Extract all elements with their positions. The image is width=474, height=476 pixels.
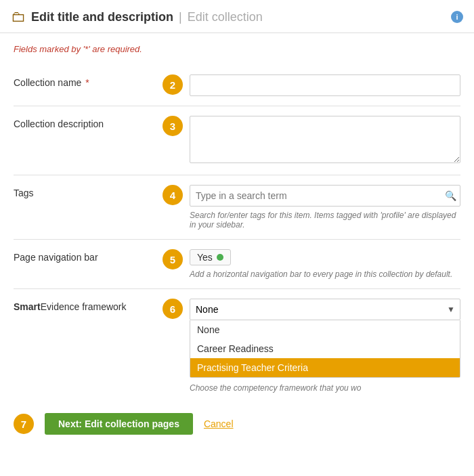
collection-name-input[interactable] (190, 74, 460, 96)
collection-name-label: Collection name (14, 77, 81, 88)
nav-bar-label: Page navigation bar (14, 252, 98, 263)
nav-bar-hint: Add a horizontal navigation bar to every… (190, 269, 460, 279)
collection-description-control (190, 116, 460, 165)
info-icon[interactable]: i (451, 11, 463, 23)
collection-name-control (190, 74, 460, 96)
form-footer: 7 Next: Edit collection pages Cancel (14, 402, 460, 441)
smartevidence-control: None Career Readiness Practising Teacher… (190, 299, 460, 393)
field-collection-description: Collection description 3 (14, 106, 460, 175)
nav-bar-control: Yes Add a horizontal navigation bar to e… (190, 249, 460, 279)
step-badge-7: 7 (14, 414, 34, 434)
form-content: Fields marked by '*' are required. Colle… (0, 33, 474, 452)
step-badge-3: 3 (163, 116, 183, 136)
field-smartevidence: SmartEvidence framework 6 None Career Re… (14, 289, 460, 402)
label-col-collection-description: Collection description (14, 116, 163, 129)
cancel-button[interactable]: Cancel (204, 418, 234, 429)
header-separator: | (179, 10, 182, 24)
step-badge-6: 6 (163, 299, 183, 319)
dropdown-option-none[interactable]: None (190, 320, 460, 339)
tags-hint: Search for/enter tags for this item. Ite… (190, 211, 460, 230)
smartevidence-dropdown: None Career Readiness Practising Teacher… (190, 320, 460, 378)
label-col-nav-bar: Page navigation bar (14, 249, 163, 263)
label-col-tags: Tags (14, 185, 163, 198)
dropdown-option-practising-teacher[interactable]: Practising Teacher Criteria (190, 358, 460, 377)
label-col-smartevidence: SmartEvidence framework (14, 299, 163, 312)
field-tags: Tags 4 🔍 Search for/enter tags for this … (14, 175, 460, 240)
tags-label: Tags (14, 188, 34, 198)
header-title: Edit title and description (31, 10, 173, 24)
step-badge-2: 2 (163, 74, 183, 95)
field-page-navigation-bar: Page navigation bar 5 Yes Add a horizont… (14, 240, 460, 289)
field-collection-name: Collection name * 2 (14, 65, 460, 106)
dropdown-option-career-readiness[interactable]: Career Readiness (190, 339, 460, 358)
smartevidence-select[interactable]: None Career Readiness Practising Teacher… (190, 299, 460, 320)
smartevidence-label: SmartEvidence framework (14, 301, 127, 312)
smartevidence-select-wrapper: None Career Readiness Practising Teacher… (190, 299, 460, 320)
header-subtitle: Edit collection (188, 10, 263, 24)
nav-bar-toggle-label: Yes (197, 252, 213, 263)
nav-bar-toggle[interactable]: Yes (190, 249, 231, 265)
next-button[interactable]: Next: Edit collection pages (45, 413, 193, 435)
page-header: 🗀 Edit title and description | Edit coll… (0, 0, 474, 33)
collection-description-label: Collection description (14, 118, 104, 129)
required-star: * (85, 77, 89, 88)
tags-search-button[interactable]: 🔍 (445, 190, 456, 201)
step-badge-5: 5 (163, 249, 183, 269)
step-badge-4: 4 (163, 185, 183, 205)
label-col-collection-name: Collection name * (14, 74, 163, 88)
smartevidence-hint: Choose the competency framework that you… (190, 383, 460, 393)
collection-description-input[interactable] (190, 116, 460, 163)
tags-search-input[interactable] (190, 185, 460, 207)
required-note: Fields marked by '*' are required. (14, 44, 460, 54)
folder-icon: 🗀 (11, 8, 26, 26)
green-dot-icon (217, 254, 223, 261)
tags-control: 🔍 Search for/enter tags for this item. I… (190, 185, 460, 230)
tags-search-wrapper: 🔍 (190, 185, 460, 207)
